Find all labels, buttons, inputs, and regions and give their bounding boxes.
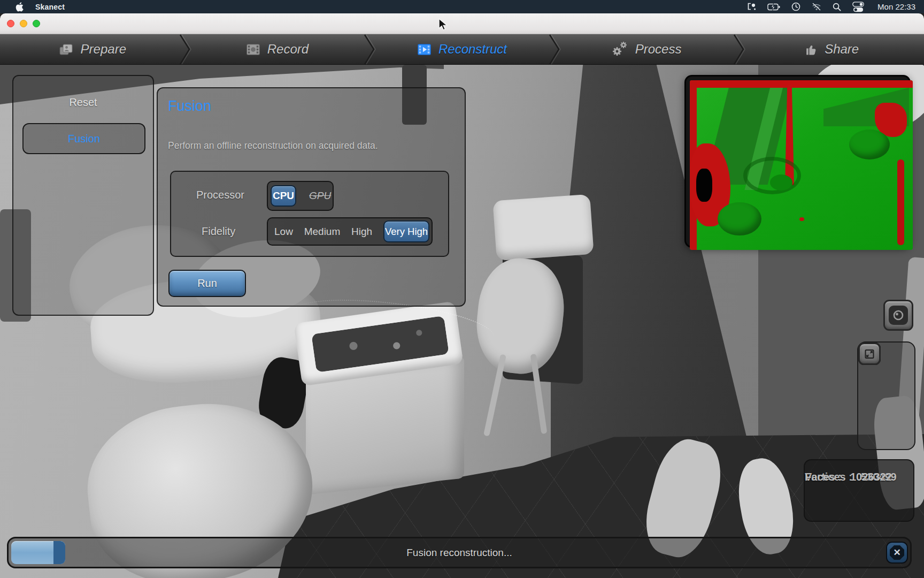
processor-segmented-control: CPU GPU — [267, 181, 334, 211]
process-gears-icon — [612, 41, 628, 57]
spotlight-search-icon[interactable] — [833, 3, 841, 11]
fusion-progress-bar: Fusion reconstruction... ✕ — [7, 537, 912, 568]
scan-preview-window — [684, 75, 911, 248]
tab-label: Prepare — [81, 42, 126, 57]
fullscreen-icon — [863, 347, 876, 361]
cancel-reconstruction-button[interactable]: ✕ — [886, 542, 908, 564]
battery-charging-icon[interactable] — [767, 3, 780, 11]
preview-shape — [799, 217, 804, 221]
preview-shape — [696, 169, 712, 202]
run-button[interactable]: Run — [168, 270, 246, 297]
fidelity-option-very-high[interactable]: Very High — [383, 220, 429, 242]
preview-shape — [770, 174, 792, 191]
menu-bar-clock[interactable]: Mon 22:33 — [877, 2, 915, 11]
prepare-photos-icon — [59, 42, 74, 57]
tab-label: Share — [825, 42, 859, 57]
cancel-x-icon: ✕ — [890, 545, 904, 560]
fidelity-label: Fidelity — [202, 225, 235, 238]
camera-view-button[interactable] — [883, 300, 913, 331]
tab-divider — [178, 34, 192, 65]
macos-menu-bar: Skanect — [0, 0, 924, 13]
menu-bar-tray: Mon 22:33 — [747, 2, 915, 12]
fusion-options-group: Processor CPU GPU Fidelity Low Medium Hi… — [170, 171, 449, 257]
screen-app-icon[interactable] — [747, 3, 756, 11]
faces-label: Faces : — [805, 471, 842, 483]
tab-prepare[interactable]: Prepare — [0, 34, 185, 64]
share-thumb-icon — [804, 42, 818, 56]
mesh-mantel — [492, 194, 594, 261]
faces-row: Faces : 1026322 — [805, 471, 892, 483]
apple-menu-icon[interactable] — [16, 2, 24, 12]
progress-label: Fusion reconstruction... — [9, 538, 910, 567]
tab-label: Record — [267, 42, 309, 57]
reconstruct-film-icon — [417, 42, 432, 57]
window-title-bar — [0, 13, 924, 34]
scan-preview-image — [690, 80, 913, 250]
wifi-off-icon[interactable] — [812, 3, 821, 11]
tab-divider — [732, 34, 746, 65]
workflow-tab-bar: Prepare Record Reconst — [0, 34, 924, 65]
close-window-button[interactable] — [7, 20, 14, 27]
reconstruct-tools-panel: Reset Fusion — [12, 75, 154, 316]
zoom-window-button[interactable] — [33, 20, 40, 27]
mesh-stats-panel: Vertices : 530499 Faces : 1026322 — [804, 459, 914, 522]
preview-shape — [897, 159, 904, 245]
faces-value: 1026322 — [850, 471, 892, 483]
camera-view-icon — [889, 306, 908, 325]
menu-bar-app-name[interactable]: Skanect — [35, 3, 65, 11]
fusion-tool-button[interactable]: Fusion — [22, 123, 145, 154]
fidelity-segmented-control: Low Medium High Very High — [267, 217, 433, 246]
fidelity-option-low[interactable]: Low — [274, 226, 293, 238]
record-film-icon — [246, 42, 260, 57]
tab-label: Process — [635, 42, 682, 57]
processor-label: Processor — [196, 189, 244, 201]
processor-option-cpu[interactable]: CPU — [271, 185, 296, 207]
fusion-panel-description: Perform an offline reconstruction on acq… — [168, 140, 378, 151]
fidelity-option-medium[interactable]: Medium — [304, 226, 341, 238]
tab-divider — [548, 34, 561, 65]
tab-process[interactable]: Process — [555, 34, 740, 64]
tab-divider — [363, 34, 376, 65]
reset-label[interactable]: Reset — [13, 96, 153, 109]
fusion-panel-title: Fusion — [168, 98, 211, 115]
fullscreen-button[interactable] — [858, 343, 881, 365]
fidelity-option-high[interactable]: High — [351, 226, 372, 238]
tab-label: Reconstruct — [438, 42, 507, 57]
minimize-window-button[interactable] — [20, 20, 27, 27]
viewport-3d[interactable]: Reset Fusion Fusion Perform an offline r… — [0, 65, 924, 578]
fusion-settings-panel: Fusion Perform an offline reconstruction… — [157, 87, 466, 307]
tab-share[interactable]: Share — [739, 34, 924, 64]
preview-shape — [718, 202, 761, 235]
preview-shape — [743, 157, 801, 194]
control-center-icon[interactable] — [852, 2, 864, 12]
tab-reconstruct[interactable]: Reconstruct — [369, 34, 555, 64]
processor-option-gpu[interactable]: GPU — [309, 190, 331, 202]
preview-shape — [849, 130, 890, 159]
preview-shape — [690, 80, 913, 88]
skanect-window: Skanect — [0, 0, 924, 578]
view-navigation-panel — [857, 341, 915, 450]
tab-record[interactable]: Record — [185, 34, 370, 64]
time-machine-icon[interactable] — [791, 2, 800, 11]
